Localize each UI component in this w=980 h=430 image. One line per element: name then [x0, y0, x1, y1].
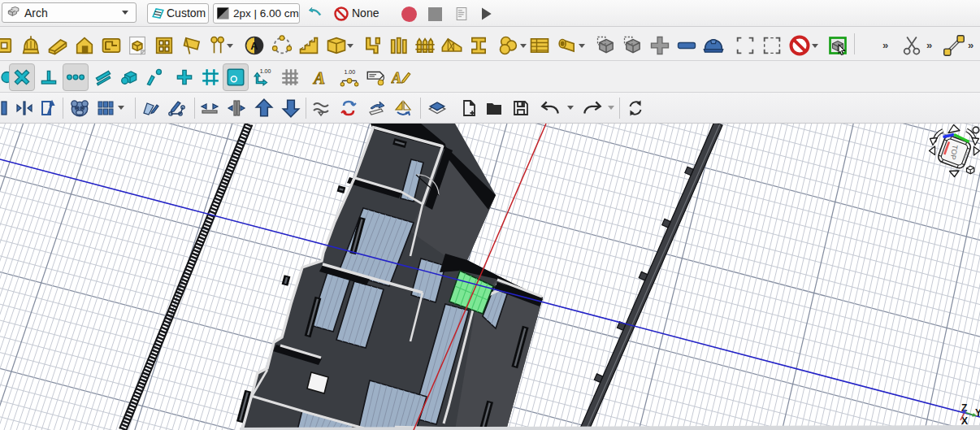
svg-text:A: A — [391, 70, 401, 86]
svg-text:1.00: 1.00 — [260, 68, 271, 74]
svg-text:A: A — [312, 69, 325, 87]
svg-text:Y: Y — [975, 407, 980, 419]
svg-text:1.00: 1.00 — [345, 69, 356, 75]
svg-text:A: A — [250, 40, 258, 52]
